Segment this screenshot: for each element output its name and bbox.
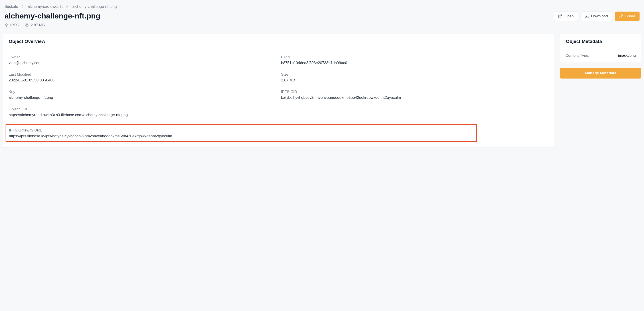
open-button-label: Open [564,14,574,18]
manage-metadata-button[interactable]: Manage Metadata [560,68,641,78]
share-button-label: Share [625,14,635,18]
overview-title: Object Overview [3,34,554,49]
location-pin-icon [4,23,8,27]
svg-line-1 [560,15,562,16]
breadcrumb-bucket[interactable]: alchemyroadtoweb3t [28,4,62,9]
chevron-right-icon [22,5,24,8]
etag-label: ETag [281,55,548,60]
size-field-value: 2.87 MB [281,78,548,82]
download-icon [585,14,589,18]
share-button[interactable]: Share [615,12,640,21]
network-label: IPFS [10,23,19,27]
size-label: 2.87 MB [31,23,45,27]
breadcrumb-current: alchemy-challenge-nft.png [72,4,116,9]
object-url-field: Object URL https://alchemyroadtoweb3t.s3… [9,107,548,117]
content-type-row: Content-Type: image/png [560,49,641,62]
last-modified-field: Last Modified 2022-05-01 05:50:03 -0400 [9,72,276,82]
content-type-value: image/png [618,54,636,58]
etag-field: ETag b8751b1046ed3f393e20733b1db99ac0 [281,55,548,65]
size-field: Size 2.87 MB [281,72,548,82]
key-label: Key [9,90,276,94]
gateway-url-value[interactable]: https://ipfs.filebase.io/ipfs/bafybeihyv… [9,134,474,138]
open-button[interactable]: Open [554,12,578,21]
key-field: Key alchemy-challenge-nft.png [9,90,276,100]
object-url-label: Object URL [9,107,548,112]
content-type-label: Content-Type: [566,54,589,58]
gateway-url-label: IPFS Gateway URL [9,128,474,132]
last-modified-label: Last Modified [9,72,276,77]
external-link-icon [558,14,562,18]
object-url-value[interactable]: https://alchemyroadtoweb3t.s3.filebase.c… [9,113,548,117]
metadata-title: Object Metadata [560,34,641,49]
breadcrumb: Buckets alchemyroadtoweb3t alchemy-chall… [4,4,640,9]
cid-value: bafybeihyvhgbcov2nmvbnveunoodokme5eb42ue… [281,96,548,100]
last-modified-value: 2022-05-01 05:50:03 -0400 [9,78,276,82]
download-button-label: Download [591,14,608,18]
cid-field: IPFS CID bafybeihyvhgbcov2nmvbnveunoodok… [281,90,548,100]
cid-label: IPFS CID [281,90,548,94]
key-value: alchemy-challenge-nft.png [9,96,276,100]
size-badge: 2.87 MB [25,23,45,27]
owner-field: Owner vitto@alchemy.com [9,55,276,65]
download-button[interactable]: Download [580,12,612,21]
chevron-right-icon [66,5,68,8]
breadcrumb-root[interactable]: Buckets [4,4,18,9]
owner-value: vitto@alchemy.com [9,61,276,65]
storage-icon [25,23,29,27]
object-metadata-card: Object Metadata Content-Type: image/png [560,34,641,62]
etag-value: b8751b1046ed3f393e20733b1db99ac0 [281,61,548,65]
owner-label: Owner [9,55,276,60]
object-overview-card: Object Overview Owner vitto@alchemy.com … [3,34,554,148]
page-title: alchemy-challenge-nft.png [4,12,100,20]
size-field-label: Size [281,72,548,77]
gateway-url-field: IPFS Gateway URL https://ipfs.filebase.i… [6,124,477,142]
link-icon [619,14,623,18]
network-badge: IPFS [4,23,19,27]
